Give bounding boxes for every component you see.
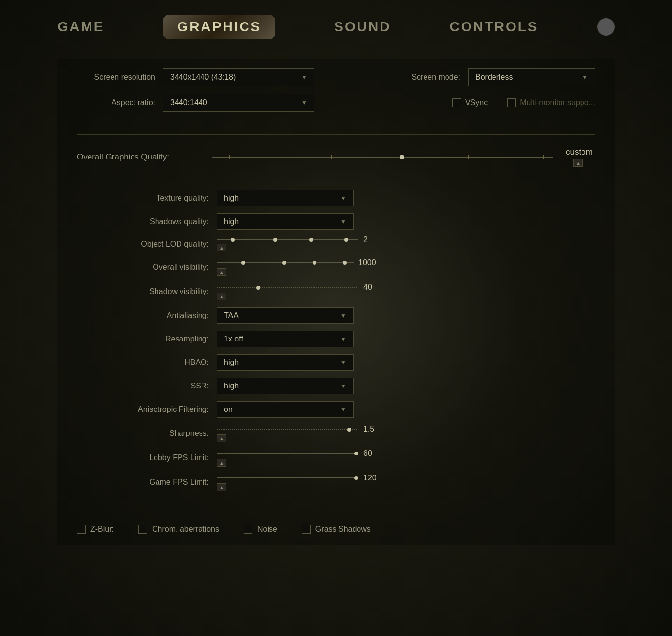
tab-graphics[interactable]: GRAPHICS <box>163 15 275 39</box>
zblur-checkbox[interactable] <box>77 525 86 534</box>
hbao-label: HBAO: <box>77 358 209 367</box>
lobby-fps-chevron-row: ▲ <box>217 458 226 467</box>
shadow-vis-row: Shadow visibility: 40 ▲ <box>77 283 595 300</box>
tick-2 <box>331 155 332 159</box>
overall-quality-label: Overall Graphics Quality: <box>77 152 204 162</box>
game-fps-wrap: 120 ▲ <box>217 474 383 491</box>
lobby-fps-value: 60 <box>363 449 383 458</box>
nav-tabs: GAME GRAPHICS SOUND CONTROLS <box>57 15 615 39</box>
resolution-dropdown[interactable]: 3440x1440 (43:18) ▼ <box>163 68 314 86</box>
vsync-group: VSync <box>452 98 488 107</box>
vsync-label: VSync <box>465 98 488 107</box>
noise-checkbox[interactable] <box>244 525 252 534</box>
ssr-arrow: ▼ <box>340 383 346 389</box>
multimonitor-checkbox[interactable] <box>507 98 516 107</box>
quality-thumb[interactable] <box>400 155 404 159</box>
lod-chevron[interactable]: ▲ <box>217 244 226 251</box>
resolution-row: Screen resolution 3440x1440 (43:18) ▼ Sc… <box>77 68 595 86</box>
screen-mode-label: Screen mode: <box>397 73 460 82</box>
tab-sound[interactable]: SOUND <box>334 19 391 35</box>
shadows-dropdown[interactable]: high ▼ <box>217 213 354 230</box>
noise-label: Noise <box>257 525 277 534</box>
overall-quality-slider[interactable] <box>212 152 553 162</box>
quality-chevron[interactable]: ▲ <box>573 159 583 167</box>
sharpness-label: Sharpness: <box>77 429 209 438</box>
lod-track-row: 2 <box>217 237 383 243</box>
sharpness-track-row: 1.5 <box>217 425 383 433</box>
aspect-dropdown[interactable]: 3440:1440 ▼ <box>163 94 314 112</box>
anisotropic-arrow: ▼ <box>340 406 346 413</box>
sharpness-thumb <box>347 428 351 432</box>
visibility-row: Overall visibility: 1000 ▲ <box>77 258 595 276</box>
screen-mode-arrow: ▼ <box>582 74 588 81</box>
lobby-fps-thumb <box>354 452 358 455</box>
game-fps-chevron-row: ▲ <box>217 482 226 491</box>
multimonitor-group: Multi-monitor suppo... <box>507 98 595 107</box>
vis-thumb3 <box>313 261 316 265</box>
grass-shadows-checkbox[interactable] <box>302 525 311 534</box>
shadow-vis-chevron[interactable]: ▲ <box>217 293 226 300</box>
game-fps-row: Game FPS Limit: 120 ▲ <box>77 474 595 491</box>
game-fps-track-row: 120 <box>217 474 383 482</box>
bottom-checkboxes: Z-Blur: Chrom. aberrations Noise Grass S… <box>57 513 615 545</box>
aspect-arrow: ▼ <box>301 99 307 106</box>
ssr-dropdown[interactable]: high ▼ <box>217 378 354 394</box>
shadows-row: Shadows quality: high ▼ <box>77 213 595 230</box>
texture-dropdown[interactable]: high ▼ <box>217 190 354 206</box>
game-fps-track <box>217 477 358 478</box>
shadow-vis-track <box>217 287 358 288</box>
vis-thumb1 <box>241 261 245 265</box>
screen-settings: Screen resolution 3440x1440 (43:18) ▼ Sc… <box>57 59 615 129</box>
vis-thumb2 <box>282 261 286 265</box>
lod-chevron-row: ▲ <box>217 243 226 251</box>
chrom-checkbox[interactable] <box>138 525 147 534</box>
antialiasing-arrow: ▼ <box>340 312 346 319</box>
sharpness-track <box>217 429 358 430</box>
antialiasing-label: Antialiasing: <box>77 311 209 320</box>
aspect-value: 3440:1440 <box>170 98 207 107</box>
shadow-vis-wrap: 40 ▲ <box>217 283 383 300</box>
lod-slider-wrap: 2 ▲ <box>217 237 383 251</box>
screen-mode-dropdown[interactable]: Borderless ▼ <box>468 68 595 86</box>
visibility-value: 1000 <box>358 258 383 267</box>
lod-label: Object LOD quality: <box>77 240 209 249</box>
texture-value: high <box>224 194 239 203</box>
lobby-fps-track-row: 60 <box>217 449 383 458</box>
tab-game[interactable]: GAME <box>57 19 104 35</box>
lobby-fps-chevron[interactable]: ▲ <box>217 459 226 467</box>
chrom-item: Chrom. aberrations <box>138 525 219 534</box>
resolution-label: Screen resolution <box>77 73 155 82</box>
texture-arrow: ▼ <box>340 195 346 202</box>
lod-thumb2 <box>273 238 277 242</box>
antialiasing-dropdown[interactable]: TAA ▼ <box>217 307 354 324</box>
resampling-arrow: ▼ <box>340 336 346 342</box>
hbao-row: HBAO: high ▼ <box>77 354 595 371</box>
vsync-checkbox[interactable] <box>452 98 461 107</box>
aspect-row: Aspect ratio: 3440:1440 ▼ VSync Multi-mo… <box>77 94 595 112</box>
hbao-dropdown[interactable]: high ▼ <box>217 354 354 371</box>
ssr-value: high <box>224 382 239 390</box>
tab-controls[interactable]: CONTROLS <box>449 19 538 35</box>
game-fps-thumb <box>354 476 358 480</box>
lod-row: Object LOD quality: 2 ▲ <box>77 237 595 251</box>
hbao-arrow: ▼ <box>340 359 346 366</box>
antialiasing-value: TAA <box>224 311 239 320</box>
game-fps-chevron[interactable]: ▲ <box>217 483 226 491</box>
hbao-value: high <box>224 358 239 367</box>
ssr-row: SSR: high ▼ <box>77 378 595 394</box>
game-fps-label: Game FPS Limit: <box>77 478 209 487</box>
quality-track <box>212 157 553 158</box>
sharpness-chevron[interactable]: ▲ <box>217 434 226 442</box>
grass-shadows-label: Grass Shadows <box>315 525 371 534</box>
anisotropic-value: on <box>224 405 233 414</box>
lobby-fps-label: Lobby FPS Limit: <box>77 454 209 462</box>
aspect-label: Aspect ratio: <box>77 98 155 107</box>
texture-label: Texture quality: <box>77 194 209 203</box>
anisotropic-dropdown[interactable]: on ▼ <box>217 401 354 418</box>
overall-quality-row: Overall Graphics Quality: custom ▲ <box>57 139 615 175</box>
visibility-chevron[interactable]: ▲ <box>217 268 226 276</box>
resampling-dropdown[interactable]: 1x off ▼ <box>217 331 354 347</box>
divider-1 <box>77 134 595 135</box>
overall-quality-value: custom <box>566 147 595 157</box>
screen-mode-value: Borderless <box>475 73 513 82</box>
